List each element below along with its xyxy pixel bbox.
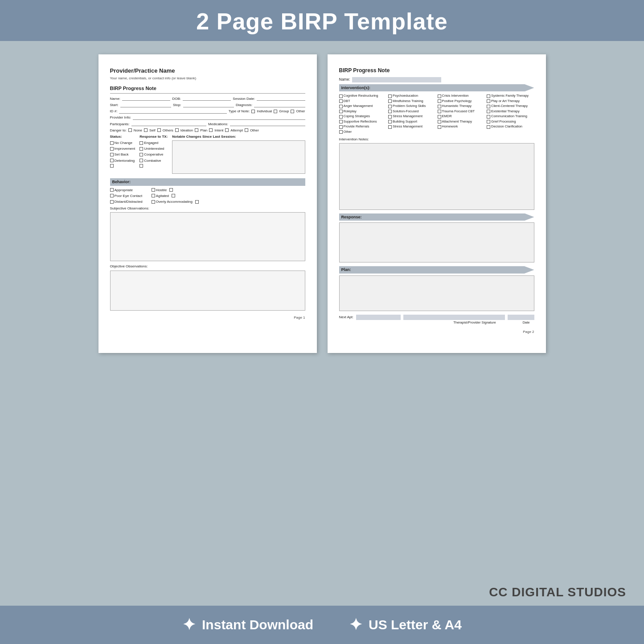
id-field[interactable] bbox=[119, 109, 226, 114]
name-field[interactable] bbox=[122, 96, 170, 101]
int-client-centered: Client-Centered Therapy bbox=[487, 104, 534, 109]
pages-container: Provider/Practice Name Your name, creden… bbox=[98, 54, 546, 353]
diagnosis-field[interactable] bbox=[254, 103, 305, 107]
plan-bar: Plan: bbox=[339, 266, 534, 274]
next-apt-field[interactable] bbox=[356, 315, 401, 320]
int-coping: Coping Strategies bbox=[339, 114, 387, 119]
type-note-label: Type of Note: bbox=[229, 109, 250, 114]
bottom-bar: ✦ Instant Download ✦ US Letter & A4 bbox=[0, 606, 644, 644]
individual-checkbox[interactable] bbox=[251, 110, 255, 113]
participants-label: Participants: bbox=[110, 122, 130, 127]
studio-footer: CC DIGITAL STUDIOS bbox=[0, 581, 644, 606]
int-supportive: Supportive Reflections bbox=[339, 119, 387, 124]
danger-plan[interactable] bbox=[195, 128, 198, 132]
p2-name-row: Name: bbox=[339, 77, 534, 82]
int-mindfulness: Mindfulness Training bbox=[388, 99, 436, 104]
start-row: Start: Stop: Diagnosis: bbox=[110, 103, 305, 107]
int-other: Other bbox=[339, 130, 387, 135]
stop-field[interactable] bbox=[183, 103, 234, 107]
date-label: Date bbox=[523, 320, 530, 325]
notable-changes-field[interactable] bbox=[172, 140, 305, 174]
response-bar: Response: bbox=[339, 213, 534, 221]
id-label: ID #: bbox=[110, 109, 118, 114]
danger-none[interactable] bbox=[128, 128, 132, 132]
subjective-label: Subjective Observations: bbox=[110, 206, 305, 211]
objective-field[interactable] bbox=[110, 271, 305, 311]
start-field[interactable] bbox=[120, 103, 171, 107]
plan-field[interactable] bbox=[339, 275, 534, 311]
int-anger: Anger Management bbox=[339, 104, 387, 109]
int-communication: Communication Training bbox=[487, 114, 534, 119]
danger-others[interactable] bbox=[157, 128, 161, 132]
int-dbt: DBT bbox=[339, 99, 387, 104]
dob-field[interactable] bbox=[183, 96, 231, 101]
behavior-hostile: Hostile bbox=[152, 188, 199, 193]
status-col-title: Status: bbox=[110, 134, 135, 139]
int-solution: Solution-Focused bbox=[388, 109, 436, 114]
group-label: Group bbox=[279, 109, 289, 114]
notable-col-title: Notable Changes Since Last Session: bbox=[172, 134, 305, 139]
response-field[interactable] bbox=[339, 222, 534, 263]
response-combative: Combative bbox=[139, 158, 168, 163]
p1-page-number: Page 1 bbox=[110, 315, 305, 320]
instant-download-label: Instant Download bbox=[202, 617, 313, 632]
page-2: BIRP Progress Note Name: Intervention(s)… bbox=[328, 54, 546, 353]
response-engaged: Engaged bbox=[139, 140, 168, 145]
intervention-notes-field[interactable] bbox=[339, 143, 534, 210]
us-letter-label: US Letter & A4 bbox=[369, 617, 462, 632]
behavior-agitated: Agitated bbox=[152, 193, 199, 198]
behavior-checkboxes: Appropriate Poor Eye Contact Distant/Dis… bbox=[110, 188, 305, 205]
int-building: Building Support bbox=[388, 119, 436, 124]
status-no-change: No Change bbox=[110, 140, 135, 145]
status-grid: Status: No Change Improvement Set Back D… bbox=[110, 134, 305, 176]
page-title: 2 Page BIRP Template bbox=[0, 8, 644, 35]
p2-name-field[interactable] bbox=[352, 77, 441, 82]
participants-field[interactable] bbox=[131, 122, 207, 126]
p2-page-number: Page 2 bbox=[339, 329, 534, 334]
provider-field[interactable] bbox=[133, 115, 305, 120]
signature-field[interactable] bbox=[403, 315, 505, 320]
p1-section-title: BIRP Progress Note bbox=[110, 85, 305, 93]
response-extra bbox=[139, 164, 168, 168]
us-letter: ✦ US Letter & A4 bbox=[349, 615, 462, 634]
practice-subtitle: Your name, credentials, or contact info … bbox=[110, 76, 305, 81]
int-attachment: Attachment Therapy bbox=[438, 119, 485, 124]
behavior-bar: Behavior: bbox=[110, 178, 305, 186]
group-checkbox[interactable] bbox=[274, 110, 277, 113]
p2-title: BIRP Progress Note bbox=[339, 67, 534, 74]
int-systemic: Systemic Family Therapy bbox=[487, 94, 534, 98]
danger-ideation[interactable] bbox=[175, 128, 179, 132]
session-date-field[interactable] bbox=[257, 96, 305, 101]
main-content: Provider/Practice Name Your name, creden… bbox=[0, 41, 644, 581]
studio-name: CC DIGITAL STUDIOS bbox=[489, 585, 626, 599]
int-stress2: Stress Management bbox=[388, 124, 436, 129]
status-deteriorating: Deteriorating bbox=[110, 158, 135, 163]
int-problem: Problem Solving Skills bbox=[388, 104, 436, 109]
int-trauma: Trauma Focused CBT bbox=[438, 109, 485, 114]
int-homework: Homework bbox=[438, 124, 485, 129]
subjective-field[interactable] bbox=[110, 212, 305, 261]
medications-field[interactable] bbox=[230, 122, 305, 126]
status-extra bbox=[110, 164, 135, 168]
instant-download: ✦ Instant Download bbox=[182, 615, 313, 634]
other-checkbox[interactable] bbox=[291, 110, 294, 113]
behavior-distant: Distant/Distracted bbox=[110, 199, 143, 204]
response-col-title: Response to TX: bbox=[139, 134, 168, 139]
dob-label: DOB: bbox=[172, 96, 181, 101]
medications-label: Medications: bbox=[208, 122, 228, 127]
danger-intent[interactable] bbox=[209, 128, 213, 132]
interventions-bar: Intervention(s): bbox=[339, 84, 534, 92]
response-cooperative: Cooperative bbox=[139, 152, 168, 157]
individual-label: Individual bbox=[257, 109, 272, 114]
danger-attempt[interactable] bbox=[225, 128, 229, 132]
date-field-p2[interactable] bbox=[508, 315, 534, 320]
interventions-grid: Cognitive Restructuring Psychoeducation … bbox=[339, 94, 534, 134]
danger-label: Danger to: bbox=[110, 128, 127, 133]
danger-self[interactable] bbox=[144, 128, 148, 132]
danger-other[interactable] bbox=[245, 128, 248, 132]
signature-label: Therapist/Provider Signature bbox=[453, 320, 496, 325]
p2-name-label: Name: bbox=[339, 77, 350, 82]
name-label: Name: bbox=[110, 96, 121, 101]
int-decision: Decision Clarification bbox=[487, 124, 534, 129]
int-existential: Existential Therapy bbox=[487, 109, 534, 114]
